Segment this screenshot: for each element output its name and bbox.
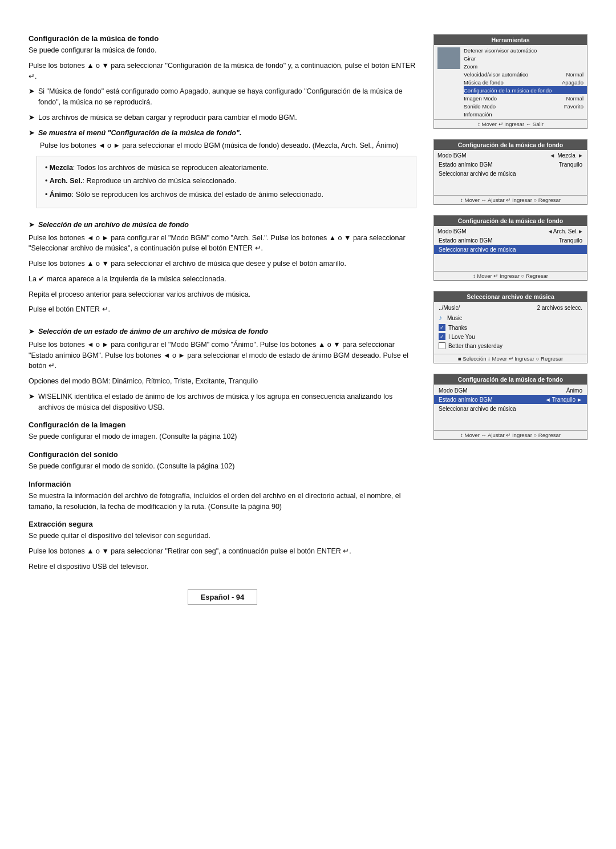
page-footer: Español - 94 [29,589,416,605]
arrow-icon-wiselink: ➤ [29,392,35,401]
h-row-0: Detener visor/visor automático [464,46,587,54]
panel2-row-1: Estado anímico BGM Tranquilo [434,160,587,169]
panel2-spacer [434,178,587,194]
panel4-footer: ■ Selección ↕ Mover ↵ Ingresar ○ Regresa… [434,354,587,363]
arrow-content-estado: Selección de un estado de ánimo de un ar… [38,326,268,337]
arrow-content-archivo: Selección de un archivo de música de fon… [38,220,189,231]
s4-line2: Pulse los botones ▲ o ▼ para seleccionar… [29,546,416,557]
file-better-label: Better than yesterday [448,343,502,349]
panel1-items: Detener visor/visor automático Girar Zoo… [464,45,587,119]
s2-text: Se puede configurar el modo de sonido. (… [29,461,416,472]
panel1-footer: ↕ Mover ↵ Ingresar ← Salir [434,119,587,128]
arrow-content-2: Los archivos de música se deban cargar y… [38,112,297,123]
s2-title: Configuración del sonido [29,450,416,459]
folder-music-label: Music [447,315,462,321]
mix-text-2: : Reproduce un archivo de música selecci… [83,177,237,185]
arrow-icon-archivo: ➤ [29,220,35,229]
panel1-body: Detener visor/visor automático Girar Zoo… [434,45,587,119]
archivo-line5: Pulse el botón ENTER ↵. [29,304,416,315]
panel5-row-1[interactable]: Estado anímico BGM ◄ Tranquilo ► [434,395,587,404]
arrow-icon-3: ➤ [29,128,35,137]
page-container: Configuración de la música de fondo Se p… [0,0,616,628]
check-thanks: ✓ [439,324,445,331]
mix-bold-2: Arch. Sel. [50,177,83,185]
s4-line3: Retire el dispositivo USB del televisor. [29,561,416,572]
arrow-icon-1: ➤ [29,87,35,95]
panel4-file-thanks[interactable]: ✓ Thanks [434,323,587,332]
archivo-line1: Pulse los botones ◄ o ► para configurar … [29,233,416,254]
h-row-7: Sonido ModoFavorito [464,102,587,110]
panel5-title: Configuración de la música de fondo [434,374,587,385]
arrow-content-1: Si "Música de fondo" está configurado co… [38,86,416,108]
estado-line1: Pulse los botones ◄ o ► para configurar … [29,339,416,371]
panel5-footer: ↕ Mover ↔ Ajustar ↵ Ingresar ○ Regresar [434,430,587,439]
section-config-musica: Configuración de la música de fondo Se p… [29,34,416,208]
panel4-path-label: ../Music/ [439,305,460,311]
mix-bold-3: Ánimo [50,191,72,199]
panel4-file-count: 2 archivos selecc. [537,305,582,311]
panel4-file-iloveyou[interactable]: ✓ I Love You [434,332,587,341]
panel5-spacer [434,413,587,429]
panel4-path: ../Music/ 2 archivos selecc. [434,303,587,313]
arrow-item-1: ➤ Si "Música de fondo" está configurado … [29,86,416,108]
panel3-title: Configuración de la música de fondo [434,216,587,226]
h-row-4: Música de fondoApagado [464,78,587,86]
estado-line2: Opciones del modo BGM: Dinámico, Rítmico… [29,376,416,387]
music-folder-icon: ♪ [439,314,442,322]
panel1-thumbnail [437,47,460,69]
check-better [439,342,445,349]
panel3-spacer [434,254,587,270]
archivo-line3: La ✔ marca aparece a la izquierda de la … [29,274,416,285]
panel4-body: ../Music/ 2 archivos selecc. ♪ Music ✓ T… [434,302,587,354]
section-archivo: ➤ Selección de un archivo de música de f… [29,220,416,315]
right-column: Herramientas Detener visor/visor automát… [433,34,587,605]
archivo-line2: Pulse los botones ▲ o ▼ para seleccionar… [29,258,416,269]
panel3-row-2[interactable]: Seleccionar archivo de música [434,245,587,254]
panel-config-mezcla: Configuración de la música de fondo Modo… [433,139,587,205]
panel-config-archsel: Configuración de la música de fondo Modo… [433,215,587,281]
mix-text-1: : Todos los archivos de música se reprod… [73,164,269,172]
panel5-row-0: Modo BGM Ánimo [434,386,587,395]
panel2-row-0: Modo BGM ◄ Mezcla ► [434,151,587,160]
s1-text: Se puede configurar el modo de imagen. (… [29,431,416,442]
panel2-row-2: Seleccionar archivo de música [434,169,587,178]
panel4-folder-music[interactable]: ♪ Music [434,313,587,323]
bullet-box: • Mezcla: Todos los archivos de música s… [37,156,416,208]
bullet3-bold: Se muestra el menú "Configuración de la … [38,129,241,137]
footer-label: Español - 94 [188,589,258,605]
panel3-body: Modo BGM ◄ Arch. Sel. ► Estado anímico B… [434,226,587,271]
panel4-spacer [434,350,587,353]
s1-title: Configuración de la imagen [29,421,416,429]
file-thanks-label: Thanks [448,325,467,331]
section-body-line1: Se puede configurar la música de fondo. [29,45,416,56]
s4-line1: Se puede quitar el dispositivo del telev… [29,531,416,541]
panel3-row-0: Modo BGM ◄ Arch. Sel. ► [434,227,587,236]
panel-seleccionar-archivo: Seleccionar archivo de música ../Music/ … [433,291,587,363]
panel5-body: Modo BGM Ánimo Estado anímico BGM ◄ Tran… [434,385,587,430]
section-body-line2: Pulse los botones ▲ o ▼ para seleccionar… [29,60,416,82]
panel4-title: Seleccionar archivo de música [434,292,587,302]
archivo-line4: Repita el proceso anterior para seleccio… [29,289,416,300]
arrow-item-3: ➤ Se muestra el menú "Configuración de l… [29,128,416,139]
s3-text: Se muestra la información del archivo de… [29,491,416,512]
left-column: Configuración de la música de fondo Se p… [29,34,416,605]
arrow-item-archivo: ➤ Selección de un archivo de música de f… [29,220,416,231]
s4-title: Extracción segura [29,520,416,528]
h-row-2: Zoom [464,62,587,70]
section-title-musica: Configuración de la música de fondo [29,34,416,43]
check-iloveyou: ✓ [439,333,445,340]
panel4-file-better[interactable]: Better than yesterday [434,341,587,350]
h-row-6: Imagen ModoNormal [464,94,587,102]
panel5-row-2: Seleccionar archivo de música [434,404,587,413]
h-row-3: Velocidad/visor automáticoNormal [464,70,587,78]
mix-bold-1: Mezcla [50,164,73,172]
panel2-title: Configuración de la música de fondo [434,140,587,150]
panel3-row-1: Estado anímico BGM Tranquilo [434,236,587,245]
h-row-5-selected[interactable]: Configuración de la música de fondo [464,86,587,94]
mix-text-3: : Sólo se reproducen los archivos de mús… [72,191,323,199]
archivo-title-bold: Selección de un archivo de música de fon… [38,221,189,229]
panel-config-animo: Configuración de la música de fondo Modo… [433,374,587,440]
arrow-content-wiselink: WISELINK identifica el estado de ánimo d… [38,391,416,413]
h-row-8: Información [464,110,587,118]
s3-title: Información [29,480,416,488]
